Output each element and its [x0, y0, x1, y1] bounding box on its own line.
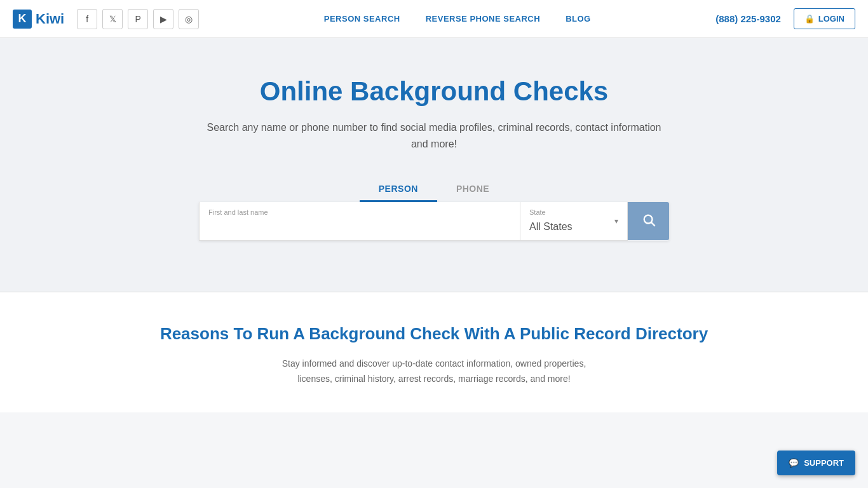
state-label: State: [529, 208, 546, 216]
nav-blog[interactable]: BLOG: [566, 14, 591, 24]
search-form: First and last name State All States Ala…: [199, 202, 669, 241]
youtube-icon[interactable]: ▶: [153, 9, 173, 29]
hero-title: Online Background Checks: [13, 76, 855, 107]
svg-line-1: [651, 222, 654, 226]
login-button[interactable]: 🔒 LOGIN: [794, 8, 855, 29]
header-right: (888) 225-9302 🔒 LOGIN: [715, 8, 855, 29]
logo-name: Kiwi: [36, 11, 64, 27]
search-button[interactable]: [628, 202, 669, 240]
state-select[interactable]: All States Alabama Alaska Arizona Arkans…: [520, 202, 627, 240]
search-tabs: PERSON PHONE: [13, 177, 855, 202]
tab-person[interactable]: PERSON: [360, 177, 437, 202]
name-label: First and last name: [208, 208, 268, 216]
bottom-title: Reasons To Run A Background Check With A…: [13, 324, 855, 344]
lock-icon: 🔒: [804, 14, 815, 24]
bottom-section: Reasons To Run A Background Check With A…: [0, 292, 868, 412]
pinterest-icon[interactable]: P: [128, 9, 148, 29]
search-icon: [642, 213, 656, 230]
hero-subtitle-line2: and more!: [411, 139, 457, 149]
header-left: K Kiwi f 𝕏 P ▶ ◎: [13, 9, 199, 29]
facebook-icon[interactable]: f: [77, 9, 97, 29]
bottom-text-line2: licenses, criminal history, arrest recor…: [297, 374, 570, 384]
hero-subtitle-line1: Search any name or phone number to find …: [207, 122, 661, 133]
name-input-wrapper: First and last name: [199, 202, 520, 241]
twitter-icon[interactable]: 𝕏: [102, 9, 123, 29]
login-label: LOGIN: [818, 14, 844, 24]
bottom-text-line1: Stay informed and discover up-to-date co…: [282, 358, 587, 369]
logo-icon: K: [13, 10, 32, 29]
header: K Kiwi f 𝕏 P ▶ ◎ PERSON SEARCH REVERSE P…: [0, 0, 868, 38]
hero-subtitle: Search any name or phone number to find …: [193, 119, 675, 152]
hero-section: Online Background Checks Search any name…: [0, 38, 868, 292]
instagram-icon[interactable]: ◎: [179, 9, 199, 29]
state-select-wrapper: State All States Alabama Alaska Arizona …: [520, 202, 628, 241]
name-input[interactable]: [200, 202, 520, 240]
tab-phone[interactable]: PHONE: [437, 177, 508, 202]
nav-person-search[interactable]: PERSON SEARCH: [324, 14, 400, 24]
phone-number: (888) 225-9302: [715, 13, 781, 24]
header-nav: PERSON SEARCH REVERSE PHONE SEARCH BLOG: [324, 14, 591, 24]
search-container: First and last name State All States Ala…: [13, 202, 855, 241]
nav-reverse-phone[interactable]: REVERSE PHONE SEARCH: [426, 14, 540, 24]
social-icons: f 𝕏 P ▶ ◎: [77, 9, 199, 29]
bottom-text: Stay informed and discover up-to-date co…: [243, 356, 625, 387]
logo[interactable]: K Kiwi: [13, 10, 64, 29]
